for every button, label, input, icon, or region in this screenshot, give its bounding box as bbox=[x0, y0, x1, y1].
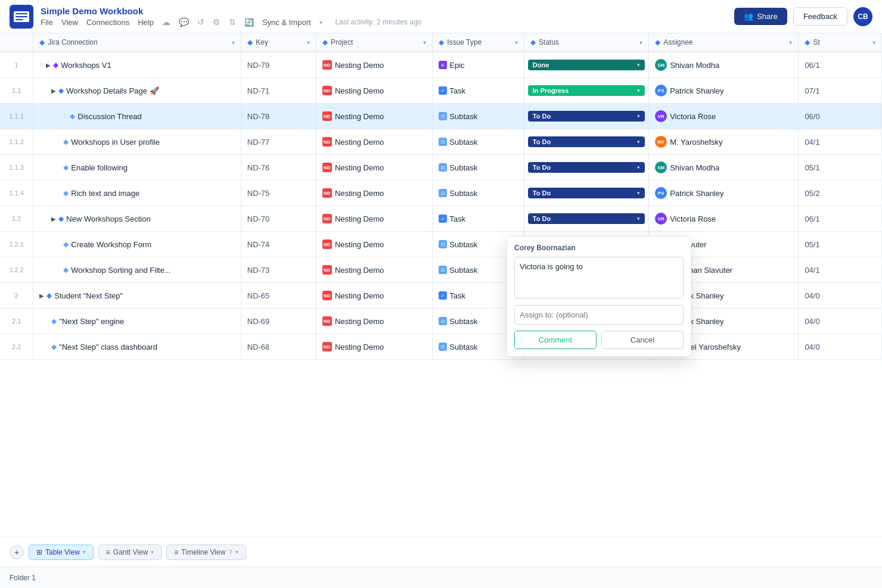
task-name-text: New Workshops Section bbox=[66, 214, 150, 223]
comment-button[interactable]: Comment bbox=[514, 331, 597, 349]
feedback-button[interactable]: Feedback bbox=[793, 7, 847, 26]
task-issue-type: ✓Task bbox=[433, 78, 524, 104]
header-actions: 👥 Share Feedback CB bbox=[734, 7, 872, 26]
folder-bar: Folder 1 bbox=[0, 567, 882, 588]
assignee-name: Shivan Modha bbox=[670, 61, 719, 70]
tab-timeline-view[interactable]: ≡ Timeline View ? ▾ bbox=[166, 545, 246, 560]
expand-icon[interactable]: ▶ bbox=[39, 293, 44, 299]
row-number: 1.1.2 bbox=[0, 129, 33, 155]
project-icon: ND bbox=[322, 60, 332, 70]
task-name-cell[interactable]: ▶◆New Workshops Section bbox=[33, 206, 241, 231]
menu-help[interactable]: Help bbox=[138, 18, 154, 27]
task-name-cell[interactable]: ⠿◆Discussion Thread bbox=[33, 104, 241, 129]
app-logo[interactable] bbox=[10, 5, 33, 29]
sort-icon-project[interactable]: ▾ bbox=[423, 39, 426, 46]
sort-icon-start[interactable]: ▾ bbox=[872, 39, 875, 46]
task-status[interactable]: In Progress ▾ bbox=[524, 78, 648, 104]
task-issue-type: ⊡Subtask bbox=[433, 181, 524, 206]
project-icon: ND bbox=[322, 316, 332, 326]
task-start: 04/1 bbox=[799, 129, 882, 155]
task-status[interactable]: Done ▾ bbox=[524, 52, 648, 78]
col-header-project[interactable]: ◆ Project ▾ bbox=[316, 33, 432, 52]
menu-file[interactable]: File bbox=[41, 18, 53, 27]
task-name-cell[interactable]: ▶◆Workshop Details Page 🚀 bbox=[33, 78, 241, 103]
task-status[interactable]: To Do ▾ bbox=[524, 155, 648, 181]
col-header-key[interactable]: ◆ Key ▾ bbox=[241, 33, 316, 52]
col-header-start[interactable]: ◆ St ▾ bbox=[799, 33, 882, 52]
status-dropdown-arrow[interactable]: ▾ bbox=[637, 62, 640, 68]
task-name-text: Workshop Details Page 🚀 bbox=[66, 86, 159, 95]
status-dropdown-arrow[interactable]: ▾ bbox=[637, 88, 640, 94]
status-dropdown-arrow[interactable]: ▾ bbox=[637, 139, 640, 145]
task-name-cell[interactable]: ⠿▶◆Workshops V1 bbox=[33, 52, 241, 77]
comment-textarea[interactable]: Victoria is going to bbox=[514, 257, 684, 298]
sync-import-label[interactable]: Sync & Import bbox=[262, 18, 311, 27]
task-name-cell[interactable]: ◆Rich text and image bbox=[33, 181, 241, 206]
sort-icon-issuetype[interactable]: ▾ bbox=[515, 39, 518, 46]
task-name-cell[interactable]: ◆"Next Step" class dashboard bbox=[33, 334, 241, 359]
table-row: 1.2.2◆Workshop Sorting and Filte...ND-73… bbox=[0, 257, 882, 283]
task-name-cell[interactable]: ◆Enable following bbox=[33, 155, 241, 180]
table-row: 2▶◆Student "Next Step"ND-65NDNesting Dem… bbox=[0, 283, 882, 309]
expand-icon[interactable]: ▶ bbox=[51, 216, 56, 222]
task-status[interactable]: To Do ▾ bbox=[524, 104, 648, 129]
assignee-avatar: MY bbox=[655, 136, 667, 148]
task-name-cell[interactable]: ◆Create Workshop Form bbox=[33, 232, 241, 257]
col-header-issuetype[interactable]: ◆ Issue Type ▾ bbox=[433, 33, 524, 52]
row-number: 2 bbox=[0, 283, 33, 309]
row-number: 1.1.3 bbox=[0, 155, 33, 181]
menu-view[interactable]: View bbox=[61, 18, 78, 27]
project-icon: ND bbox=[322, 137, 332, 147]
col-header-assignee[interactable]: ◆ Assignee ▾ bbox=[649, 33, 799, 52]
assignee-name: Patrick Shanley bbox=[670, 189, 723, 198]
table-view-label: Table View bbox=[45, 548, 80, 556]
task-status[interactable]: To Do ▾ bbox=[524, 206, 648, 232]
assign-to-input[interactable] bbox=[514, 305, 684, 325]
task-name-cell[interactable]: ▶◆Student "Next Step" bbox=[33, 283, 241, 308]
task-diamond-icon: ◆ bbox=[58, 86, 64, 95]
task-key: ND-76 bbox=[241, 155, 316, 181]
add-view-button[interactable]: + bbox=[10, 545, 24, 559]
timeline-view-arrow[interactable]: ▾ bbox=[235, 549, 238, 555]
assignee-name: M. Yaroshefsky bbox=[670, 138, 722, 147]
sort-icon-assignee[interactable]: ▾ bbox=[789, 39, 792, 46]
task-diamond-icon: ◆ bbox=[63, 138, 69, 146]
task-name-text: Enable following bbox=[71, 163, 128, 172]
task-key: ND-73 bbox=[241, 257, 316, 283]
task-assignee: PS Patrick Shanley bbox=[649, 78, 799, 104]
status-label: To Do bbox=[533, 189, 551, 197]
task-name-cell[interactable]: ◆"Next Step" engine bbox=[33, 309, 241, 334]
status-dropdown-arrow[interactable]: ▾ bbox=[637, 164, 640, 170]
table-view-arrow[interactable]: ▾ bbox=[83, 549, 86, 555]
expand-icon[interactable]: ▶ bbox=[51, 88, 56, 94]
task-diamond-icon: ◆ bbox=[53, 61, 58, 69]
tab-gantt-view[interactable]: ≡ Gantt View ▾ bbox=[98, 545, 162, 560]
status-dropdown-arrow[interactable]: ▾ bbox=[637, 216, 640, 222]
row-number: 1.2.2 bbox=[0, 257, 33, 283]
task-key: ND-70 bbox=[241, 206, 316, 232]
sort-icon-jira[interactable]: ▾ bbox=[232, 39, 235, 46]
task-project: NDNesting Demo bbox=[316, 309, 432, 334]
user-avatar-button[interactable]: CB bbox=[853, 7, 872, 26]
share-button[interactable]: 👥 Share bbox=[734, 8, 787, 25]
status-dropdown-arrow[interactable]: ▾ bbox=[637, 113, 640, 119]
task-name-cell[interactable]: ◆Workshop Sorting and Filte... bbox=[33, 257, 241, 282]
task-name-cell[interactable]: ◆Workshops in User profile bbox=[33, 129, 241, 154]
col-header-jira[interactable]: ◆ Jira Connection ▾ bbox=[33, 33, 241, 52]
status-dropdown-arrow[interactable]: ▾ bbox=[637, 190, 640, 196]
gantt-view-arrow[interactable]: ▾ bbox=[151, 549, 154, 555]
task-status[interactable]: To Do ▾ bbox=[524, 129, 648, 155]
task-assignee: VR Victoria Rose bbox=[649, 206, 799, 232]
assignee-avatar: VR bbox=[655, 213, 667, 225]
sort-icon-key[interactable]: ▾ bbox=[307, 39, 310, 46]
task-diamond-icon: ◆ bbox=[51, 317, 57, 325]
sort-icon-status[interactable]: ▾ bbox=[639, 39, 642, 46]
expand-icon[interactable]: ▶ bbox=[46, 62, 51, 69]
menu-connections[interactable]: Connections bbox=[86, 18, 129, 27]
task-status[interactable]: To Do ▾ bbox=[524, 181, 648, 206]
col-header-status[interactable]: ◆ Status ▾ bbox=[524, 33, 648, 52]
folder-label[interactable]: Folder 1 bbox=[10, 574, 36, 582]
tab-table-view[interactable]: ⊞ Table View ▾ bbox=[29, 545, 94, 560]
cancel-button[interactable]: Cancel bbox=[601, 331, 684, 349]
assignee-name: Victoria Rose bbox=[670, 214, 716, 223]
